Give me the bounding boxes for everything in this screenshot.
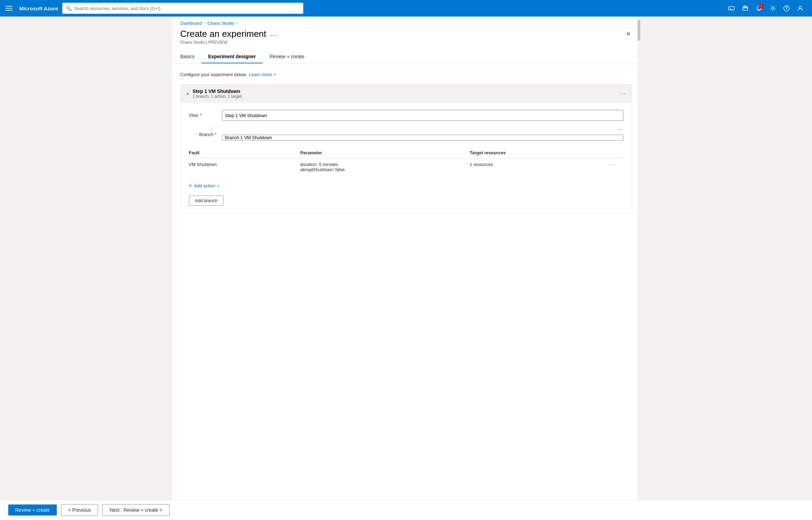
- page-header: Create an experiment ... Chaos Studio | …: [172, 26, 640, 45]
- breadcrumb-chevron-1: ›: [204, 21, 205, 25]
- page-subtitle: Chaos Studio | PREVIEW: [180, 40, 278, 45]
- brand-name: Microsoft Azure: [19, 6, 58, 11]
- directory-icon[interactable]: [739, 2, 751, 14]
- step-label: Step *: [189, 110, 217, 118]
- breadcrumb-dashboard[interactable]: Dashboard: [180, 21, 202, 26]
- search-icon: 🔍: [66, 6, 72, 11]
- svg-point-7: [799, 6, 802, 9]
- branch-input[interactable]: [222, 135, 623, 141]
- breadcrumb-chaos-studio[interactable]: Chaos Studio: [207, 21, 234, 26]
- fault-row-more-button[interactable]: ···: [610, 162, 616, 168]
- main-content: Dashboard › Chaos Studio › Create an exp…: [172, 17, 640, 520]
- svg-rect-0: [729, 7, 734, 10]
- tab-review-create[interactable]: Review + create: [263, 50, 311, 63]
- close-button[interactable]: ×: [625, 29, 632, 39]
- tab-basics[interactable]: Basics: [180, 50, 201, 63]
- hamburger-menu[interactable]: [6, 6, 12, 11]
- target-col-header: Target resources: [470, 147, 610, 158]
- add-action-button[interactable]: + Add action ∨: [189, 181, 220, 190]
- svg-point-6: [786, 9, 787, 10]
- search-bar: 🔍: [62, 3, 303, 14]
- plus-icon: +: [189, 183, 192, 189]
- help-icon[interactable]: [780, 2, 793, 14]
- table-row: VM Shutdown duration: 5 minutes abruptSh…: [189, 158, 623, 176]
- external-link-icon: ↗: [273, 72, 276, 77]
- previous-button[interactable]: < Previous: [61, 504, 98, 516]
- settings-icon[interactable]: [767, 2, 779, 14]
- search-input[interactable]: [74, 6, 300, 11]
- notification-badge: 2: [759, 3, 764, 8]
- collapse-icon[interactable]: ∧: [186, 91, 189, 96]
- bottom-bar: Review + create < Previous Next : Review…: [0, 500, 812, 520]
- profile-icon[interactable]: [794, 2, 806, 14]
- parameter-cell: duration: 5 minutes abruptShutdown: fals…: [300, 158, 470, 176]
- scrollbar-thumb: [637, 20, 640, 41]
- row-actions-cell: ···: [610, 158, 623, 176]
- parameter-col-header: Parameter: [300, 147, 470, 158]
- configure-label: Configure your experiment below.: [180, 72, 247, 77]
- nav-icons: 2: [725, 2, 806, 14]
- breadcrumb-chevron-2: ›: [236, 21, 238, 25]
- step-header: ∧ Step 1 VM Shutdown 1 branch, 1 action,…: [181, 84, 632, 103]
- chevron-down-icon: ∨: [217, 184, 220, 188]
- step-more-button[interactable]: ···: [619, 91, 626, 97]
- page-more-button[interactable]: ...: [271, 30, 278, 38]
- cloud-shell-icon[interactable]: [725, 2, 738, 14]
- fault-cell: VM Shutdown: [189, 158, 300, 176]
- step-header-left: ∧ Step 1 VM Shutdown 1 branch, 1 action,…: [186, 89, 242, 99]
- scrollbar-track[interactable]: [637, 17, 640, 520]
- fault-col-header: Fault: [189, 147, 300, 158]
- step-form-row: Step *: [189, 110, 623, 121]
- breadcrumb: Dashboard › Chaos Studio ›: [172, 17, 640, 26]
- branch-more-button[interactable]: ···: [616, 126, 623, 133]
- step-meta: 1 branch, 1 action, 1 target: [193, 94, 242, 99]
- step-title: Step 1 VM Shutdown: [193, 89, 242, 94]
- step-body: Step * Branch: [181, 103, 632, 212]
- tab-experiment-designer[interactable]: Experiment designer: [201, 50, 263, 63]
- content-area: Configure your experiment below. Learn m…: [172, 64, 640, 240]
- notifications-icon[interactable]: 2: [753, 2, 765, 14]
- tab-bar: Basics Experiment designer Review + crea…: [172, 50, 640, 64]
- configure-text: Configure your experiment below. Learn m…: [180, 72, 632, 77]
- step-input[interactable]: [222, 110, 623, 121]
- target-cell: 1 resources: [470, 158, 610, 176]
- step-container: ∧ Step 1 VM Shutdown 1 branch, 1 action,…: [180, 84, 632, 213]
- next-button[interactable]: Next : Review + create >: [102, 504, 169, 516]
- add-branch-button[interactable]: Add branch: [189, 196, 224, 206]
- fault-table: Fault Parameter Target resources VM Shut…: [189, 147, 623, 176]
- top-navigation: Microsoft Azure 🔍 2: [0, 0, 812, 17]
- svg-point-4: [772, 7, 774, 9]
- page-title: Create an experiment: [180, 29, 266, 39]
- review-create-button[interactable]: Review + create: [8, 505, 57, 516]
- learn-more-link[interactable]: Learn more ↗: [249, 72, 276, 77]
- svg-rect-3: [744, 6, 747, 7]
